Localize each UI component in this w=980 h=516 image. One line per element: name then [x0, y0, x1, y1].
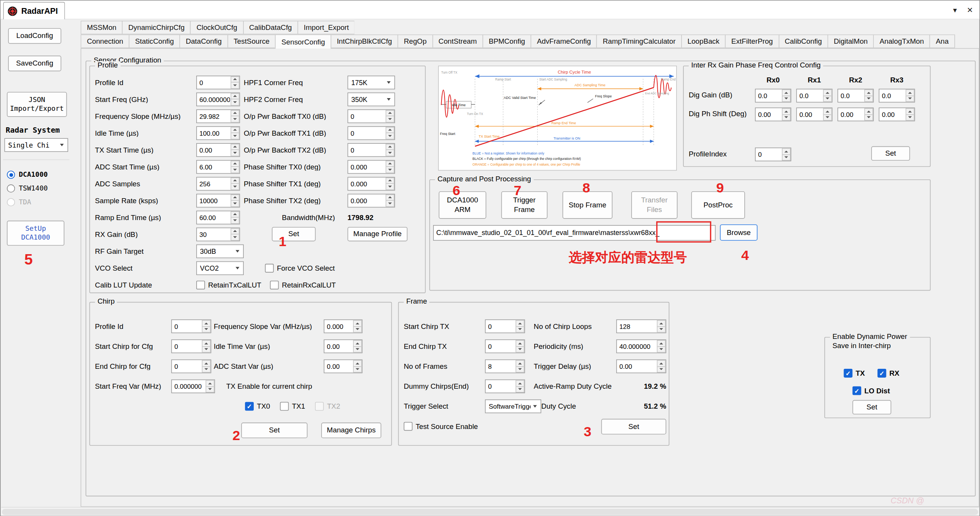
spin-down-icon[interactable] — [202, 326, 211, 332]
setup-dca1000-button[interactable]: SetUp DCA1000 — [7, 221, 64, 246]
spin-down-icon[interactable] — [231, 99, 240, 105]
tab-connection[interactable]: Connection — [80, 35, 130, 48]
spin-down-icon[interactable] — [515, 386, 524, 393]
tab-calibconfig[interactable]: CalibConfig — [778, 35, 828, 48]
spin-down-icon[interactable] — [386, 116, 394, 122]
ramp-end-time-input[interactable]: 60.00 — [196, 210, 240, 224]
rx-gain-input[interactable]: 30 — [196, 227, 240, 241]
dig-ph-rx2-input[interactable]: 0.00 — [837, 107, 874, 121]
frame-set-button[interactable]: Set — [601, 419, 666, 434]
spin-down-icon[interactable] — [782, 114, 791, 121]
spin-down-icon[interactable] — [823, 114, 832, 121]
profile-id-input[interactable]: 0 — [196, 75, 240, 89]
adc-start-var-input[interactable]: 0.00 — [324, 360, 363, 373]
tab-staticconfig[interactable]: StaticConfig — [129, 35, 180, 48]
spin-down-icon[interactable] — [657, 346, 666, 353]
spin-down-icon[interactable] — [386, 183, 394, 190]
tab-dynamicchirpcfg[interactable]: DynamicChirpCfg — [122, 21, 191, 35]
manage-profile-button[interactable]: Manage Profile — [348, 227, 408, 242]
spin-down-icon[interactable] — [231, 217, 240, 223]
tab-import-export[interactable]: Import_Export — [297, 21, 355, 35]
spin-down-icon[interactable] — [515, 326, 524, 332]
spin-down-icon[interactable] — [231, 234, 240, 240]
spin-down-icon[interactable] — [386, 200, 394, 207]
tab-digitalmon[interactable]: DigitalMon — [827, 35, 874, 48]
json-import-export-button[interactable]: JSON Import/Export — [7, 92, 67, 117]
chirp-loops-input[interactable]: 128 — [616, 319, 666, 333]
retain-rx-cal-checkbox[interactable]: RetainRxCalLUT — [270, 280, 336, 289]
phase-tx1-input[interactable]: 0.000 — [348, 177, 395, 191]
freq-slope-input[interactable]: 29.982 — [196, 109, 240, 123]
radio-tsw1400[interactable]: TSW1400 — [7, 184, 48, 192]
tab-analogtxmon[interactable]: AnalogTxMon — [873, 35, 930, 48]
spin-down-icon[interactable] — [386, 150, 394, 156]
power-rx-checkbox[interactable]: ✓RX — [878, 369, 900, 378]
app-tab[interactable]: RadarAPI — [3, 2, 65, 20]
tab-advframeconfig[interactable]: AdvFrameConfig — [531, 35, 597, 48]
dropdown-arrow-icon[interactable] — [57, 144, 66, 146]
profile-index-input[interactable]: 0 — [755, 148, 791, 161]
trigger-select[interactable]: SoftwareTrigger — [485, 399, 541, 413]
spin-down-icon[interactable] — [864, 95, 873, 102]
tab-dataconfig[interactable]: DataConfig — [179, 35, 228, 48]
start-chirp-cfg-input[interactable]: 0 — [171, 339, 211, 353]
trigger-delay-input[interactable]: 0.00 — [616, 360, 666, 373]
tab-calibdatacfg[interactable]: CalibDataCfg — [243, 21, 298, 35]
start-freq-var-input[interactable]: 0.000000 — [171, 380, 215, 393]
dca1000-arm-button[interactable]: DCA1000ARM — [439, 191, 486, 219]
close-icon[interactable]: ✕ — [967, 6, 973, 15]
backoff-tx0-input[interactable]: 0 — [348, 109, 395, 123]
dig-ph-rx0-input[interactable]: 0.00 — [755, 107, 791, 121]
tab-testsource[interactable]: TestSource — [227, 35, 276, 48]
spin-down-icon[interactable] — [231, 150, 240, 156]
spin-down-icon[interactable] — [864, 114, 873, 121]
dropdown-arrow-icon[interactable] — [233, 266, 242, 269]
spin-down-icon[interactable] — [782, 95, 791, 102]
tx-start-time-input[interactable]: 0.00 — [196, 143, 240, 157]
tab-loopback[interactable]: LoopBack — [681, 35, 726, 48]
dig-gain-rx0-input[interactable]: 0.0 — [755, 89, 791, 103]
backoff-tx1-input[interactable]: 0 — [348, 126, 395, 140]
idle-time-input[interactable]: 100.00 — [196, 126, 240, 140]
spin-down-icon[interactable] — [353, 326, 362, 332]
dropdown-arrow-icon[interactable] — [384, 98, 393, 100]
dropdown-arrow-icon[interactable] — [384, 81, 393, 84]
spin-down-icon[interactable] — [202, 346, 211, 353]
spin-down-icon[interactable] — [231, 133, 240, 139]
power-lo-dist-checkbox[interactable]: ✓LO Dist — [852, 386, 890, 395]
spin-down-icon[interactable] — [657, 366, 666, 373]
chirp-profile-id-input[interactable]: 0 — [171, 319, 211, 333]
rf-gain-target-select[interactable]: 30dB — [196, 244, 244, 258]
window-menu-icon[interactable]: ▾ — [953, 6, 957, 15]
spin-down-icon[interactable] — [657, 326, 666, 332]
spin-down-icon[interactable] — [231, 116, 240, 122]
spin-down-icon[interactable] — [906, 114, 914, 121]
vco-select[interactable]: VCO2 — [196, 261, 244, 275]
start-freq-input[interactable]: 60.000000 — [196, 92, 240, 106]
power-tx-checkbox[interactable]: ✓TX — [844, 369, 865, 378]
dig-gain-rx3-input[interactable]: 0.0 — [879, 89, 915, 103]
tab-intchirpblkctlcfg[interactable]: IntChirpBlkCtlCfg — [331, 35, 398, 48]
spin-down-icon[interactable] — [906, 95, 914, 102]
dropdown-arrow-icon[interactable] — [233, 250, 242, 252]
tab-mssmon[interactable]: MSSMon — [80, 21, 123, 35]
load-config-button[interactable]: LoadConfig — [8, 28, 61, 44]
radar-system-select[interactable]: Single Chi — [4, 138, 68, 152]
sample-rate-input[interactable]: 10000 — [196, 194, 240, 207]
tab-regop[interactable]: RegOp — [397, 35, 433, 48]
save-config-button[interactable]: SaveConfig — [8, 56, 61, 71]
test-source-checkbox[interactable]: Test Source Enable — [404, 422, 530, 431]
spin-down-icon[interactable] — [353, 366, 362, 373]
end-chirp-cfg-input[interactable]: 0 — [171, 360, 211, 373]
radio-dca1000[interactable]: DCA1000 — [7, 171, 48, 179]
dummy-chirps-input[interactable]: 0 — [485, 380, 525, 393]
tx1-checkbox[interactable]: TX1 — [280, 402, 305, 411]
periodicity-input[interactable]: 40.000000 — [616, 339, 666, 353]
tab-clockoutcfg[interactable]: ClockOutCfg — [190, 21, 243, 35]
spin-down-icon[interactable] — [231, 82, 240, 89]
tab-analogrxmon[interactable]: Ana — [929, 35, 955, 48]
dig-gain-rx2-input[interactable]: 0.0 — [837, 89, 874, 103]
dig-ph-rx3-input[interactable]: 0.00 — [879, 107, 915, 121]
adc-samples-input[interactable]: 256 — [196, 177, 240, 191]
tab-contstream[interactable]: ContStream — [432, 35, 483, 48]
